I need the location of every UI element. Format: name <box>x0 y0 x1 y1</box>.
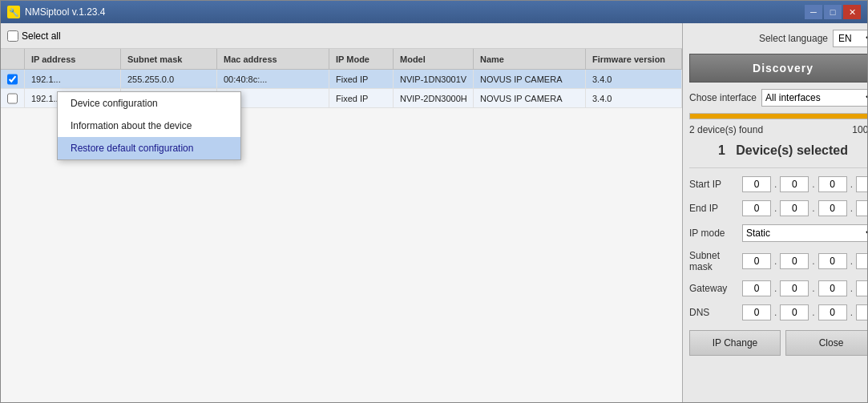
discovery-button[interactable]: Discovery <box>689 54 867 83</box>
divider <box>689 167 867 168</box>
row-checkbox[interactable] <box>1 70 25 88</box>
app-icon: 🔧 <box>7 6 20 18</box>
row-mode: Fixed IP <box>329 70 394 88</box>
th-subnet: Subnet mask <box>121 49 217 69</box>
dns-field-3[interactable] <box>818 304 847 320</box>
end-ip-field-4[interactable] <box>856 200 867 216</box>
gateway-field-4[interactable] <box>856 280 867 296</box>
dns-field-1[interactable] <box>742 304 771 320</box>
context-menu: Device configuration Information about t… <box>57 91 241 160</box>
end-ip-field-3[interactable] <box>818 200 847 216</box>
start-ip-row: Start IP . . . <box>689 176 867 192</box>
language-row: Select language EN PL DE <box>689 30 867 47</box>
gateway-field-2[interactable] <box>780 280 809 296</box>
dns-row: DNS . . . <box>689 304 867 320</box>
row-name: NOVUS IP CAMERA <box>474 89 586 107</box>
row-mac: 00:40:8c:... <box>217 70 329 88</box>
subnet-field-1[interactable] <box>742 253 771 269</box>
ip-change-button[interactable]: IP Change <box>689 330 781 356</box>
ip-dot: . <box>850 307 853 318</box>
ip-mode-select[interactable]: Static DHCP <box>742 224 867 242</box>
ip-dot: . <box>812 283 814 294</box>
interface-label: Chose interface <box>689 92 757 103</box>
context-menu-device-info[interactable]: Information about the device <box>58 115 240 137</box>
main-window: 🔧 NMSiptool v.1.23.4 ─ □ ✕ Select all IP… <box>0 0 868 403</box>
start-ip-field-3[interactable] <box>818 176 847 192</box>
ip-mode-label: IP mode <box>689 228 739 239</box>
subnet-mask-label: Subnet mask <box>689 250 739 272</box>
select-all-checkbox[interactable] <box>7 30 18 42</box>
row-model: NVIP-1DN3001V <box>394 70 474 88</box>
subnet-field-2[interactable] <box>780 253 809 269</box>
start-ip-label: Start IP <box>689 179 739 190</box>
progress-percent: 100% <box>852 124 867 135</box>
ip-dot: . <box>812 307 814 318</box>
subnet-field-4[interactable] <box>856 253 867 269</box>
ip-dot: . <box>774 179 777 190</box>
gateway-field-3[interactable] <box>818 280 847 296</box>
row-model: NVIP-2DN3000H <box>394 89 474 107</box>
ip-dot: . <box>774 283 777 294</box>
main-content: Select all IP address Subnet mask Mac ad… <box>1 23 867 402</box>
ip-dot: . <box>850 256 853 267</box>
dns-label: DNS <box>689 307 739 318</box>
th-checkbox <box>1 49 25 69</box>
right-panel: Select language EN PL DE Discovery Chose… <box>683 23 867 402</box>
toolbar: Select all <box>1 23 682 49</box>
ip-dot: . <box>850 203 853 214</box>
close-button[interactable]: Close <box>785 330 867 356</box>
interface-row: Chose interface All interfaces <box>689 89 867 107</box>
title-bar: 🔧 NMSiptool v.1.23.4 ─ □ ✕ <box>1 1 867 23</box>
th-mac: Mac address <box>217 49 329 69</box>
ip-dot: . <box>812 179 814 190</box>
language-select[interactable]: EN PL DE <box>833 30 867 47</box>
gateway-label: Gateway <box>689 283 739 294</box>
row-mode: Fixed IP <box>329 89 394 107</box>
ip-mode-row: IP mode Static DHCP <box>689 224 867 242</box>
row-checkbox[interactable] <box>1 89 25 107</box>
row-ip: 192.1... <box>25 70 121 88</box>
th-model: Model <box>394 49 474 69</box>
ip-dot: . <box>812 256 814 267</box>
subnet-field-3[interactable] <box>818 253 847 269</box>
end-ip-row: End IP . . . <box>689 200 867 216</box>
minimize-button[interactable]: ─ <box>805 5 822 19</box>
context-menu-device-config[interactable]: Device configuration <box>58 92 240 115</box>
dns-field-4[interactable] <box>856 304 867 320</box>
start-ip-field-2[interactable] <box>780 176 809 192</box>
title-bar-left: 🔧 NMSiptool v.1.23.4 <box>7 6 106 18</box>
devices-found-label: 2 device(s) found <box>689 124 763 135</box>
row-name: NOVUS IP CAMERA <box>474 70 586 88</box>
ip-dot: . <box>812 203 814 214</box>
select-all-area: Select all <box>7 30 61 42</box>
ip-dot: . <box>774 203 777 214</box>
table-row[interactable]: 192.1... 255.255.0.0 00:40:8c:... Fixed … <box>1 70 682 89</box>
end-ip-label: End IP <box>689 203 739 214</box>
close-window-button[interactable]: ✕ <box>843 5 861 19</box>
th-ip: IP address <box>25 49 121 69</box>
th-firmware: Firmware version <box>586 49 682 69</box>
select-all-label: Select all <box>22 30 61 42</box>
progress-bar-container <box>689 113 867 119</box>
gateway-row: Gateway . . . <box>689 280 867 296</box>
gateway-field-1[interactable] <box>742 280 771 296</box>
left-panel: Select all IP address Subnet mask Mac ad… <box>1 23 683 402</box>
selected-count-row: 1 Device(s) selected <box>689 140 867 161</box>
selected-count-number: 1 <box>718 143 725 157</box>
selected-count-label: Device(s) selected <box>736 143 848 157</box>
start-ip-field-1[interactable] <box>742 176 771 192</box>
interface-select[interactable]: All interfaces <box>761 89 867 107</box>
dns-field-2[interactable] <box>780 304 809 320</box>
title-bar-controls: ─ □ ✕ <box>805 5 861 19</box>
end-ip-field-1[interactable] <box>742 200 771 216</box>
row-firmware: 3.4.0 <box>586 70 682 88</box>
row-firmware: 3.4.0 <box>586 89 682 107</box>
th-name: Name <box>474 49 586 69</box>
start-ip-field-4[interactable] <box>856 176 867 192</box>
th-mode: IP Mode <box>329 49 394 69</box>
maximize-button[interactable]: □ <box>824 5 842 19</box>
context-menu-restore-default[interactable]: Restore default configuration <box>58 137 240 159</box>
bottom-buttons: IP Change Close <box>689 330 867 356</box>
end-ip-field-2[interactable] <box>780 200 809 216</box>
subnet-mask-row: Subnet mask . . . <box>689 250 867 272</box>
